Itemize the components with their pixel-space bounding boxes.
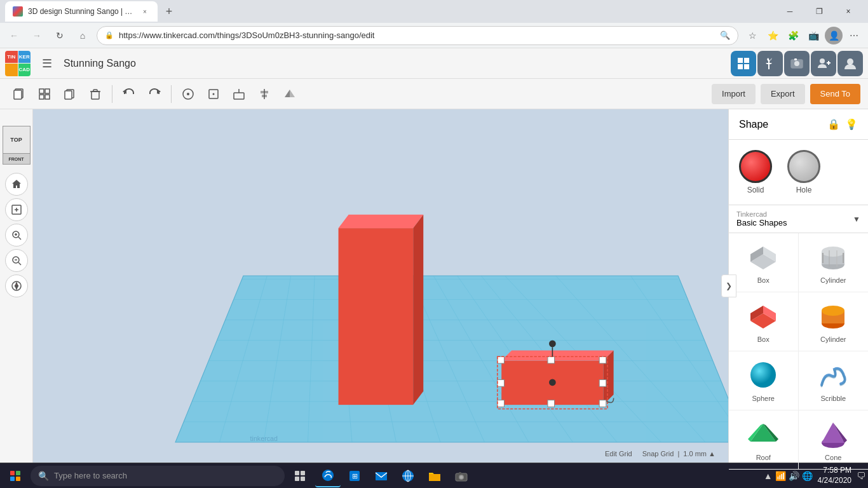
taskbar-app-mail[interactable] — [369, 464, 394, 487]
tab-close-button[interactable]: × — [140, 6, 150, 17]
add-user-button[interactable] — [811, 51, 836, 76]
taskbar-app-camera[interactable] — [449, 464, 474, 487]
shape-cylinder-grey-label: Cylinder — [820, 276, 846, 284]
shape-item-cylinder-orange[interactable]: Cylinder — [799, 292, 869, 351]
zoom-in-button[interactable] — [5, 224, 28, 247]
zoom-out-button[interactable] — [5, 249, 28, 272]
duplicate-button[interactable] — [58, 83, 81, 105]
camera-button[interactable] — [784, 51, 810, 76]
align-button[interactable] — [253, 83, 276, 105]
hole-option[interactable]: Hole — [787, 150, 820, 194]
tools-button[interactable] — [757, 51, 783, 76]
delete-button[interactable] — [84, 83, 107, 105]
shape-item-cone[interactable]: Cone — [799, 410, 869, 470]
group-button[interactable] — [33, 83, 56, 105]
system-tray-up[interactable]: ▲ — [764, 471, 773, 481]
home-button[interactable]: ⌂ — [74, 27, 92, 44]
svg-marker-75 — [339, 215, 424, 228]
lock-icon[interactable]: 🔒 — [827, 118, 840, 130]
extensions-button[interactable]: 🧩 — [784, 27, 802, 44]
forward-button[interactable]: → — [28, 27, 46, 44]
view-cube-top[interactable]: TOP FRONT — [3, 126, 31, 154]
shape-item-box-grey[interactable]: Box — [729, 233, 799, 292]
start-button[interactable] — [3, 464, 28, 487]
copy-button[interactable] — [8, 83, 31, 105]
taskbar-app-folder[interactable] — [422, 464, 447, 487]
svg-line-43 — [18, 262, 21, 265]
panel-toggle-button[interactable]: ❯ — [721, 274, 736, 297]
maximize-button[interactable]: ❐ — [804, 0, 834, 23]
svg-rect-117 — [295, 477, 299, 481]
import-button[interactable]: Import — [712, 84, 756, 104]
back-button[interactable]: ← — [5, 27, 23, 44]
solid-hole-row: Solid Hole — [729, 140, 868, 205]
shape-item-roof[interactable]: Roof — [729, 410, 799, 470]
solid-circle[interactable] — [739, 150, 772, 183]
shape-item-cylinder-grey[interactable]: Cylinder — [799, 233, 869, 292]
note-button[interactable] — [202, 83, 225, 105]
svg-rect-116 — [301, 471, 305, 475]
redo-button[interactable] — [143, 83, 166, 105]
send-to-button[interactable]: Send To — [810, 84, 860, 104]
taskbar-search-icon: 🔍 — [38, 471, 49, 481]
user-profile-button[interactable] — [837, 51, 863, 76]
start-icon — [10, 471, 20, 481]
shape-roof-preview — [744, 418, 782, 450]
shape-box-red-label: Box — [757, 336, 770, 343]
view-cube[interactable]: TOP FRONT — [0, 114, 33, 165]
taskbar-search[interactable]: 🔍 Type here to search — [31, 466, 285, 486]
svg-rect-118 — [301, 477, 305, 481]
compass-nav-button[interactable] — [5, 274, 28, 297]
svg-marker-49 — [175, 276, 746, 442]
svg-point-107 — [822, 306, 844, 316]
svg-rect-12 — [14, 90, 22, 99]
browser-tab[interactable]: 3D design Stunning Sango | Tink × — [5, 1, 158, 22]
grid-view-button[interactable] — [731, 51, 756, 76]
solid-label: Solid — [747, 186, 764, 194]
tinkercad-logo[interactable]: TIN KER CAD — [5, 51, 31, 76]
notifications-icon[interactable]: 🗨 — [857, 471, 865, 481]
close-button[interactable]: × — [834, 0, 863, 23]
svg-rect-19 — [92, 92, 99, 99]
edit-grid-label[interactable]: Edit Grid — [605, 450, 632, 458]
shape-item-sphere-teal[interactable]: Sphere — [729, 351, 799, 410]
compass-button[interactable] — [177, 83, 200, 105]
volume-icon[interactable]: 🔊 — [789, 471, 799, 481]
shape-cone-preview — [814, 418, 852, 450]
workplane-button[interactable] — [227, 83, 250, 105]
star-button[interactable]: ☆ — [743, 27, 761, 44]
flip-button[interactable] — [278, 83, 301, 105]
library-dropdown-button[interactable]: ▼ — [853, 215, 860, 224]
export-button[interactable]: Export — [761, 84, 805, 104]
profile-icon[interactable]: 👤 — [825, 27, 843, 44]
undo-button[interactable] — [118, 83, 140, 105]
toolbar-divider-2 — [171, 85, 172, 103]
svg-rect-86 — [498, 380, 505, 387]
menu-button[interactable]: ⋯ — [845, 27, 863, 44]
menu-icon-button[interactable]: ☰ — [38, 55, 56, 72]
minimize-button[interactable]: ─ — [775, 0, 804, 23]
wifi-icon[interactable]: 📶 — [775, 471, 786, 481]
collection-button[interactable]: ⭐ — [764, 27, 782, 44]
solid-option[interactable]: Solid — [739, 150, 772, 194]
svg-rect-87 — [599, 380, 606, 387]
task-view-button[interactable] — [287, 464, 313, 487]
zoom-fit-button[interactable] — [5, 198, 28, 221]
info-icon[interactable]: 💡 — [845, 118, 858, 130]
taskbar-app-edge[interactable] — [315, 464, 341, 487]
address-bar[interactable]: 🔒 https://www.tinkercad.com/things/3DSoU… — [97, 26, 738, 45]
shape-item-box-red[interactable]: Box — [729, 292, 799, 351]
new-tab-button[interactable]: + — [160, 3, 178, 20]
svg-rect-14 — [45, 89, 50, 93]
taskbar-app-store[interactable]: ⊞ — [342, 464, 367, 487]
refresh-button[interactable]: ↻ — [51, 27, 69, 44]
home-view-button[interactable] — [5, 173, 28, 196]
cast-button[interactable]: 📺 — [804, 27, 822, 44]
shape-item-scribble[interactable]: Scribble — [799, 351, 869, 410]
hole-circle[interactable] — [787, 150, 820, 183]
network-icon[interactable]: 🌐 — [802, 471, 813, 481]
view-cube-front[interactable]: FRONT — [3, 153, 31, 165]
taskbar-system-icons: ▲ 📶 🔊 🌐 — [764, 471, 813, 481]
app-toolbar: Import Export Send To — [0, 79, 868, 109]
taskbar-app-browser[interactable] — [395, 464, 421, 487]
